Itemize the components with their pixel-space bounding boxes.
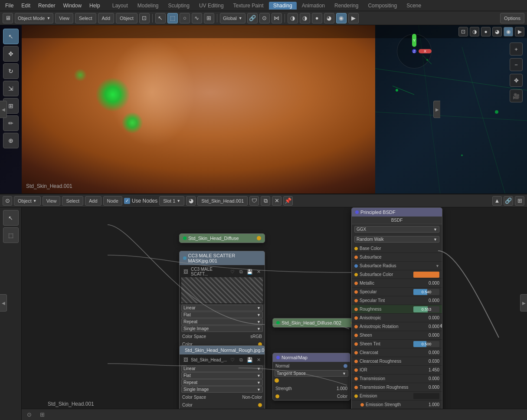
node-scatter-proj-dropdown[interactable]: Flat ▼ <box>181 312 263 318</box>
node-scatter-interp-dropdown[interactable]: Linear ▼ <box>181 305 263 311</box>
viewport-type-icon[interactable]: 🖥 <box>3 13 13 23</box>
bsdf-emission-bar[interactable] <box>413 393 439 399</box>
node-normal-rough-proj-dropdown[interactable]: Flat ▼ <box>181 372 263 379</box>
ne-duplicate-icon[interactable]: ⧉ <box>261 196 270 206</box>
ws-tab-sculpting[interactable]: Sculpting <box>164 2 194 10</box>
node-scatter-img-icon[interactable]: 🖼 <box>182 268 189 275</box>
bsdf-specular-socket[interactable] <box>354 290 358 294</box>
menu-render[interactable]: Render <box>35 2 59 10</box>
measure-tool-btn[interactable]: ⊕ <box>3 133 19 148</box>
ne-bottom-icon1[interactable]: ⊙ <box>24 410 34 420</box>
node-scatter-fav-icon[interactable]: ♡ <box>229 268 236 275</box>
rotate-tool-btn[interactable]: ↻ <box>3 63 19 79</box>
ne-node-btn[interactable]: Node <box>103 196 122 206</box>
ne-select-btn[interactable]: Select <box>62 196 83 206</box>
overlay-icon[interactable]: ◑ <box>288 13 298 23</box>
extra-btn[interactable]: ⊡ <box>139 13 150 23</box>
add-btn[interactable]: Add <box>98 13 115 23</box>
menu-file[interactable]: File <box>2 2 17 10</box>
ne-link-icon[interactable]: 🔗 <box>504 196 513 206</box>
node-normal-rough-fav-icon[interactable]: ♡ <box>229 356 236 363</box>
node-normal-rough-img-icon[interactable]: 🖼 <box>182 356 189 363</box>
vp-shade3-icon[interactable]: ◉ <box>504 27 513 36</box>
viewport-left-collapse[interactable]: ◀ <box>0 101 7 118</box>
ne-type-icon[interactable]: ⊙ <box>3 196 12 206</box>
viewport-3d[interactable]: ↖ ✥ ↻ ⇲ ⊞ ✏ ⊕ ⊡ ◑ ● ◕ ◉ ▶ X Y <box>0 25 527 194</box>
ws-tab-uv[interactable]: UV Editing <box>195 2 228 10</box>
node-normalmap-normal-socket[interactable] <box>344 364 347 368</box>
viewport-right-collapse[interactable]: ▶ <box>433 101 440 118</box>
bsdf-emission-socket[interactable] <box>354 394 358 398</box>
x-axis[interactable]: X <box>419 49 432 53</box>
bsdf-trans-rough-socket[interactable] <box>354 386 358 389</box>
bsdf-panel[interactable]: Principled BSDF BSDF GGX ▼ Random Walk <box>351 207 442 420</box>
bsdf-sheen-tint-socket[interactable] <box>354 342 358 346</box>
node-scatter-copy-icon[interactable]: ⧉ <box>238 268 245 275</box>
mode-dropdown[interactable]: Object Mode ▼ <box>15 13 53 23</box>
vp-shade2-icon[interactable]: ◕ <box>492 27 502 36</box>
ws-tab-shading[interactable]: Shading <box>269 2 297 10</box>
global-dropdown[interactable]: Global ▼ <box>220 13 245 23</box>
bsdf-subsurface-socket[interactable] <box>354 256 358 259</box>
vp-xray-icon[interactable]: ◑ <box>470 27 479 36</box>
bsdf-basecolor-socket[interactable] <box>354 247 358 250</box>
node-scatter-close-icon[interactable]: ✕ <box>255 268 262 275</box>
vp-shade1-icon[interactable]: ● <box>481 27 491 36</box>
node-normal-rough-color-socket[interactable] <box>258 403 262 407</box>
ne-add-btn[interactable]: Add <box>85 196 101 206</box>
scale-tool-btn[interactable]: ⇲ <box>3 81 19 96</box>
bsdf-sheen-tint-bar-bg[interactable]: 0.500 <box>413 341 439 347</box>
z-axis[interactable]: Z <box>412 49 416 53</box>
ws-tab-texture[interactable]: Texture Paint <box>229 2 268 10</box>
options-btn[interactable]: Options <box>500 13 524 23</box>
ne-view-btn[interactable]: View <box>43 196 61 206</box>
bsdf-transmission-socket[interactable] <box>354 377 358 381</box>
node-editor[interactable]: ⊙ Object ▼ View Select Add Node ✓ Use No… <box>0 194 527 420</box>
ne-select-tool[interactable]: ↖ <box>3 210 19 226</box>
ne-right-arrow[interactable]: ▶ <box>520 294 527 312</box>
bsdf-roughness-socket[interactable] <box>354 308 358 311</box>
bsdf-clearcoat-rough-socket[interactable] <box>354 360 358 363</box>
move-tool-btn[interactable]: ✥ <box>3 46 19 62</box>
shade-solid-icon[interactable]: ● <box>312 13 322 23</box>
view-btn[interactable]: View <box>55 13 73 23</box>
menu-help[interactable]: Help <box>86 2 104 10</box>
bsdf-sheen-socket[interactable] <box>354 334 358 337</box>
ne-use-nodes-toggle[interactable]: ✓ Use Nodes <box>124 198 157 204</box>
bsdf-specular-tint-socket[interactable] <box>354 299 358 302</box>
bsdf-metallic-socket[interactable] <box>354 282 358 285</box>
ws-tab-modeling[interactable]: Modeling <box>133 2 163 10</box>
shade-material-icon[interactable]: ◕ <box>324 13 334 23</box>
bsdf-ggx-dropdown[interactable]: GGX ▼ <box>354 226 439 233</box>
node-scatter-ext-dropdown[interactable]: Repeat ▼ <box>181 318 263 325</box>
ne-material-icon[interactable]: ◕ <box>186 196 196 206</box>
bsdf-randomwalk-dropdown[interactable]: Random Walk ▼ <box>354 236 439 243</box>
ws-tab-compositing[interactable]: Compositing <box>363 2 401 10</box>
cursor-icon[interactable]: ↖ <box>155 13 166 23</box>
node-diffuse2[interactable]: Std_Skin_Head_Diffuse.002 <box>272 318 359 328</box>
object-btn[interactable]: Object <box>116 13 137 23</box>
viewport-gizmo[interactable]: X Y Z <box>397 34 436 73</box>
node-normal-rough-close-icon[interactable]: ✕ <box>255 356 262 363</box>
snap2-icon[interactable]: ⋈ <box>272 13 282 23</box>
snap-icon[interactable]: 🔗 <box>247 13 258 23</box>
bsdf-specular-bar-bg[interactable]: 0.540 <box>413 289 439 295</box>
ne-bottom-icon2[interactable]: ⊞ <box>37 410 47 420</box>
ne-box-select-tool[interactable]: ⬚ <box>3 227 19 243</box>
lasso-select-icon[interactable]: ∿ <box>192 13 202 23</box>
circle-select-icon[interactable]: ○ <box>180 13 190 23</box>
bsdf-subsurface-radius-socket[interactable] <box>354 264 358 268</box>
ws-tab-scene[interactable]: Scene <box>402 2 426 10</box>
select-btn[interactable]: Select <box>75 13 96 23</box>
bsdf-anisotropic-rot-socket[interactable] <box>354 325 358 328</box>
ne-left-arrow[interactable]: ◀ <box>0 294 7 312</box>
bsdf-anisotropic-socket[interactable] <box>354 316 358 320</box>
node-diffuse[interactable]: Std_Skin_Head_Diffuse <box>179 233 265 243</box>
node-normalmap[interactable]: Normal/Map Normal Tangent Space ▼ Streng… <box>272 353 350 400</box>
bsdf-subsurface-color-swatch[interactable] <box>413 272 439 278</box>
ne-grid-icon[interactable]: ⊞ <box>515 196 524 206</box>
node-normal-rough-ext-dropdown[interactable]: Repeat ▼ <box>181 379 263 386</box>
node-normalmap-space-dropdown[interactable]: Tangent Space ▼ <box>275 370 348 377</box>
ne-slot-dropdown[interactable]: Slot 1 ▼ <box>159 196 184 206</box>
node-diffuse-output-socket[interactable] <box>257 236 261 240</box>
